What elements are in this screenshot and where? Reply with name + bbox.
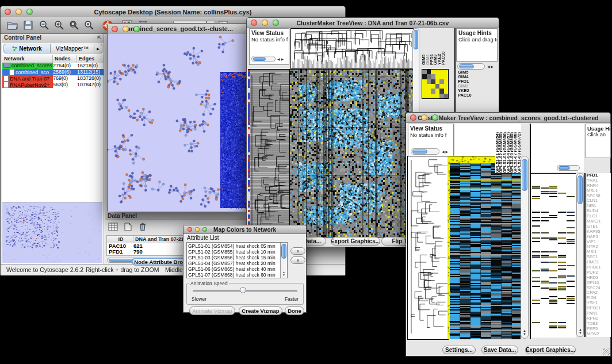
gene-label[interactable]: RNR4 [587,183,611,189]
gene-label[interactable]: CPA2 [587,290,611,296]
matrix-cell[interactable] [422,89,427,93]
matrix-cell[interactable] [439,84,444,89]
matrix-cell[interactable] [422,74,427,79]
minimize-button[interactable] [421,114,427,121]
matrix-cell[interactable] [422,84,427,89]
close-button[interactable] [251,20,257,26]
minimize-button[interactable] [262,20,268,26]
network-row-rnapubernov2[interactable]: RNAPuberNov2+ 563(0) 107847(0) [2,82,104,88]
zoom-selected-button[interactable] [82,19,96,32]
scroll-arrows[interactable]: ◀▶ [442,150,449,154]
network-row-dna-tran[interactable]: DNA and Tran 07 769(0) 183728(0) [2,75,104,82]
treeview1-titlebar[interactable]: ClusterMaker TreeView : DNA and Tran 07-… [247,18,499,28]
gene-label[interactable]: RPN1 [587,316,611,321]
gene-label[interactable]: MSI1 [587,250,611,255]
close-button[interactable] [112,26,118,32]
treeview2-heatmap[interactable] [447,156,521,339]
matrix-cell[interactable] [431,70,435,74]
attribute-item[interactable]: GPL51-04 (GSM857) heat shock 20 min [187,260,280,266]
matrix-cell[interactable] [444,79,449,84]
header-id[interactable]: ID [107,236,133,243]
matrix-cell[interactable] [427,84,431,89]
attribute-item[interactable]: GPL51-02 (GSM855) heat shock 10 min [187,249,280,255]
matrix-cell[interactable] [431,84,435,89]
gene-label[interactable]: GPI16 [587,281,611,286]
attribute-item[interactable]: GPL51-01 (GSM854) heat shock 05 min [187,243,280,249]
animate-vizmap-button[interactable]: Animate Vizmap [189,306,235,315]
treeview1-similarity-matrix[interactable] [422,69,449,99]
minimize-button[interactable] [16,9,22,15]
matrix-cell[interactable] [435,94,440,98]
close-button[interactable] [5,9,11,15]
matrix-cell[interactable] [427,79,431,84]
matrix-cell[interactable] [422,94,427,98]
attribute-item[interactable]: GPL51-06 (GSM865) heat shock 40 min [187,266,280,272]
float-panel-icon[interactable]: ⇱ [97,34,101,42]
treeview2-titlebar[interactable]: ClusterMaker TreeView : combined_scores_… [406,113,610,123]
matrix-cell[interactable] [435,74,440,79]
gene-label[interactable]: PFD1 [587,173,611,178]
matrix-cell[interactable] [444,74,449,79]
treeview2-settings-button[interactable]: Settings... [442,346,476,354]
matrix-cell[interactable] [422,70,427,74]
matrix-cell[interactable] [439,70,444,74]
zoom-button[interactable] [273,20,279,26]
gene-label[interactable]: CLN1 [587,198,611,204]
gene-label[interactable]: KAP95 [587,229,611,235]
tab-vizmapper[interactable]: VizMapper™ [51,44,94,53]
matrix-cell[interactable] [439,74,444,79]
close-button[interactable] [188,227,192,232]
matrix-cell[interactable] [444,70,449,74]
network-view-titlebar[interactable]: combined_scores_good.txt--cluste... [108,24,248,35]
gene-label[interactable]: YRA1 [587,178,611,183]
scroll-arrows[interactable]: ◀▶ [487,65,495,68]
new-attribute-button[interactable] [121,221,134,232]
save-session-button[interactable] [21,19,35,32]
gene-label[interactable]: NTR2 [587,244,611,250]
move-down-button[interactable]: ∨ [290,256,305,264]
network-canvas[interactable] [108,34,248,212]
gene-label[interactable]: MAK31 [587,219,611,224]
gene-label[interactable]: RPO21 [587,306,611,311]
select-attributes-button[interactable] [106,221,119,232]
matrix-cell[interactable] [431,89,435,93]
matrix-cell[interactable] [427,70,431,74]
matrix-cell[interactable] [427,94,431,98]
scroll-arrows[interactable]: ▲▼ [579,328,582,335]
zoom-button[interactable] [432,114,438,121]
gene-label[interactable]: HAP3 [587,235,611,240]
list-vscrollbar[interactable]: ▲▼ [280,243,287,278]
view-status-hscrollbar[interactable] [251,56,276,62]
view-status-hscrollbar[interactable] [411,148,439,155]
gene-label[interactable]: VIP1 [587,240,611,245]
header-nodes[interactable]: Nodes [53,55,77,63]
gene-label[interactable]: NIS1 [587,204,611,209]
attribute-item[interactable]: GPL51-07 (GSM868) heat shock 60 min [187,272,280,278]
zoom-fit-button[interactable] [67,19,81,32]
matrix-cell[interactable] [439,79,444,84]
gene-label[interactable]: FIG4 [587,296,611,301]
matrix-cell[interactable] [435,79,440,84]
gene-label[interactable]: BUD4 [587,209,611,214]
matrix-cell[interactable] [427,74,431,79]
dialog-titlebar[interactable]: Map Colors to Network [183,225,306,234]
gene-label[interactable]: YSH1 [587,301,611,306]
matrix-cell[interactable] [431,74,435,79]
zoom-button[interactable] [26,9,33,15]
zoom-button[interactable] [202,227,207,232]
main-titlebar[interactable]: Cytoscape Desktop (Session Name: collins… [1,6,345,18]
gene-label[interactable]: PEP5 [587,327,611,332]
matrix-cell[interactable] [444,89,449,93]
matrix-cell[interactable] [422,79,427,84]
zoom-button[interactable] [133,26,140,32]
gene-label[interactable]: SEC24 [587,286,611,291]
treeview2-secondary-heatmap[interactable] [531,173,576,338]
resize-grip[interactable] [603,348,610,355]
usage-hints-hscrollbar[interactable] [457,63,485,70]
treeview2-vscrollbar[interactable]: ▲▼ [521,156,529,339]
matrix-cell[interactable] [431,79,435,84]
treeview1-row-dendrogram[interactable] [248,69,289,237]
treeview1-heatmap[interactable] [289,69,413,237]
minimize-button[interactable] [195,227,200,232]
zoom-in-button[interactable] [52,19,66,32]
